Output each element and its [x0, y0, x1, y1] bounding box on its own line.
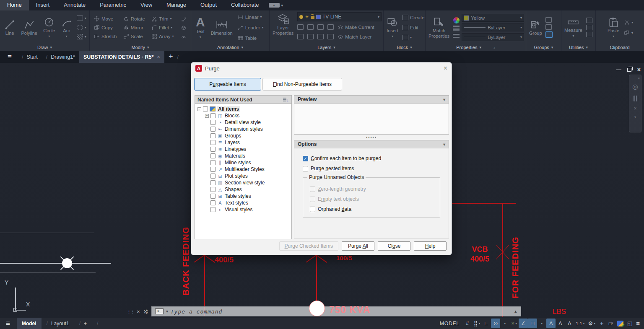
linetype-select[interactable]: ByLayer▾: [462, 33, 524, 41]
polar-tracking-toggle[interactable]: ⊙: [491, 319, 500, 328]
ribbon-tab[interactable]: Output: [193, 0, 224, 10]
paste-button[interactable]: Paste ▾: [606, 16, 621, 39]
erase-button[interactable]: [180, 15, 189, 23]
tab-find-non-purgeable[interactable]: Find Non-Purgeable Items: [262, 78, 342, 91]
dialog-title-bar[interactable]: A Purge ×: [191, 62, 452, 74]
tree-item[interactable]: ∥ Mline styles: [196, 159, 291, 166]
zoom-extents-icon[interactable]: ×: [634, 106, 636, 111]
grid-toggle[interactable]: #: [463, 319, 472, 328]
snap-toggle[interactable]: ⣿▾: [472, 319, 482, 328]
purge-all-button[interactable]: Purge All: [342, 241, 374, 251]
preview-header[interactable]: Preview▾: [294, 95, 449, 104]
block-attributes-button[interactable]: ▾: [402, 34, 425, 41]
array-button[interactable]: Array▾: [151, 32, 176, 40]
confirm-purge-option[interactable]: ✓ Confirm each item to be purged: [303, 155, 440, 161]
ortho-toggle[interactable]: ∟: [482, 319, 491, 328]
tree-checkbox[interactable]: [210, 167, 216, 172]
panel-launcher-icon[interactable]: ⌟: [493, 45, 495, 49]
mirror-button[interactable]: Mirror: [123, 23, 147, 31]
tree-item[interactable]: A Text styles: [196, 199, 291, 206]
file-tab[interactable]: / Start: [18, 51, 42, 63]
cut-button[interactable]: ▾: [624, 18, 633, 26]
select-all-icon[interactable]: [586, 25, 592, 30]
layer-unlock-all-icon[interactable]: [317, 34, 324, 39]
insert-block-button[interactable]: Insert ▾: [385, 16, 400, 39]
tree-checkbox[interactable]: [210, 160, 216, 165]
tree-checkbox[interactable]: [210, 174, 216, 179]
command-bar-grip[interactable]: ⋮⋮: [127, 309, 134, 314]
group-edit-icon[interactable]: [545, 24, 552, 30]
circle-button[interactable]: Circle ▾: [42, 16, 56, 39]
panel-title-block[interactable]: Block▾: [384, 44, 425, 51]
tree-expander[interactable]: −: [197, 107, 201, 111]
fillet-button[interactable]: Fillet▾: [151, 23, 176, 31]
offset-button[interactable]: [180, 32, 189, 40]
graphics-performance-icon[interactable]: ✓: [615, 319, 625, 328]
orphaned-data-option[interactable]: Orphaned data: [310, 206, 440, 212]
match-properties-button[interactable]: Match Properties: [427, 16, 451, 39]
tab-close-icon[interactable]: ×: [157, 54, 160, 60]
tree-item[interactable]: ◐ Visual styles: [196, 206, 291, 213]
leader-button[interactable]: Leader▾: [237, 23, 264, 31]
new-drawing-tab-button[interactable]: +: [164, 52, 177, 61]
layer-properties-button[interactable]: Layer Properties: [271, 12, 295, 36]
dimension-button[interactable]: Dimension: [210, 18, 234, 36]
file-tab[interactable]: SUBSTATION DETAILS - R5* ×: [79, 51, 164, 63]
options-header[interactable]: Options▾: [294, 140, 449, 148]
tree-item[interactable]: ◉ Materials: [196, 153, 291, 159]
tree-item[interactable]: △ Shapes: [196, 186, 291, 193]
tree-item[interactable]: ▣ Groups: [196, 132, 291, 139]
tree-item[interactable]: ⊟ Plot styles: [196, 173, 291, 179]
panel-title-clipboard[interactable]: Clipboard: [596, 44, 644, 51]
ribbon-tab[interactable]: Annotate: [57, 0, 93, 10]
tree-item[interactable]: ≋ Linetypes: [196, 146, 291, 153]
tree-checkbox[interactable]: [210, 113, 216, 118]
tree-checkbox[interactable]: [210, 200, 216, 205]
rotate-button[interactable]: Rotate: [123, 15, 147, 23]
tree-checkbox[interactable]: [210, 194, 216, 199]
tree-checkbox[interactable]: [210, 180, 216, 185]
layout-tab[interactable]: /: [92, 318, 103, 329]
ribbon-tab[interactable]: Parametric: [93, 0, 133, 10]
match-layer-button[interactable]: Match Layer: [338, 33, 371, 41]
tree-checkbox[interactable]: [210, 153, 216, 158]
close-button[interactable]: Close: [378, 241, 410, 251]
ribbon-tab[interactable]: Home: [0, 0, 29, 10]
purge-nested-option[interactable]: Purge nested items: [303, 166, 440, 171]
layer-thaw-all-icon[interactable]: [307, 34, 314, 39]
clean-screen-icon[interactable]: ◱: [625, 319, 634, 328]
tree-checkbox[interactable]: [203, 106, 208, 111]
splitter-handle[interactable]: •••••: [294, 135, 449, 140]
trim-button[interactable]: Trim▾: [151, 15, 176, 23]
tree-checkbox[interactable]: [210, 140, 216, 145]
group-button[interactable]: Group: [528, 18, 543, 36]
chevron-down-icon[interactable]: ▾: [166, 309, 168, 313]
text-button[interactable]: A Text ▾: [195, 15, 206, 40]
layout-tab[interactable]: Model: [17, 318, 42, 329]
polar-dropdown[interactable]: ▾: [500, 319, 509, 328]
tree-item[interactable]: ↗ Multileader Styles: [196, 166, 291, 173]
ribbon-tab[interactable]: Insert: [29, 0, 57, 10]
layout-menu-icon[interactable]: ≡: [0, 319, 17, 328]
layer-isolate-icon[interactable]: [307, 24, 314, 30]
navigation-bar[interactable]: × ◎ × ▾: [629, 75, 641, 132]
polyline-button[interactable]: Polyline: [20, 18, 39, 36]
file-tabs-menu-icon[interactable]: ≡: [0, 53, 18, 61]
ellipse-tool[interactable]: ▾: [77, 23, 86, 31]
confirm-purge-checkbox[interactable]: ✓: [303, 156, 308, 161]
panel-title-properties[interactable]: Properties▾⌟: [426, 44, 526, 51]
object-snap-tracking-toggle[interactable]: ∠: [519, 319, 528, 328]
rectangle-tool[interactable]: ▾: [77, 14, 86, 22]
tab-purgeable-items[interactable]: Purgeable Items: [194, 78, 261, 91]
window-close-icon[interactable]: ×: [637, 66, 641, 73]
box-3d-button[interactable]: [180, 23, 189, 31]
calculator-icon[interactable]: [586, 32, 592, 37]
steering-wheel-icon[interactable]: ◎: [632, 83, 638, 91]
ungroup-icon[interactable]: [545, 17, 552, 23]
layout-tab[interactable]: / +: [74, 318, 92, 329]
scale-button[interactable]: Scale: [123, 32, 147, 40]
tree-checkbox[interactable]: [210, 120, 216, 125]
line-button[interactable]: Line: [3, 18, 16, 36]
tree-checkbox[interactable]: [210, 127, 216, 132]
layer-walk-icon[interactable]: [327, 34, 334, 39]
